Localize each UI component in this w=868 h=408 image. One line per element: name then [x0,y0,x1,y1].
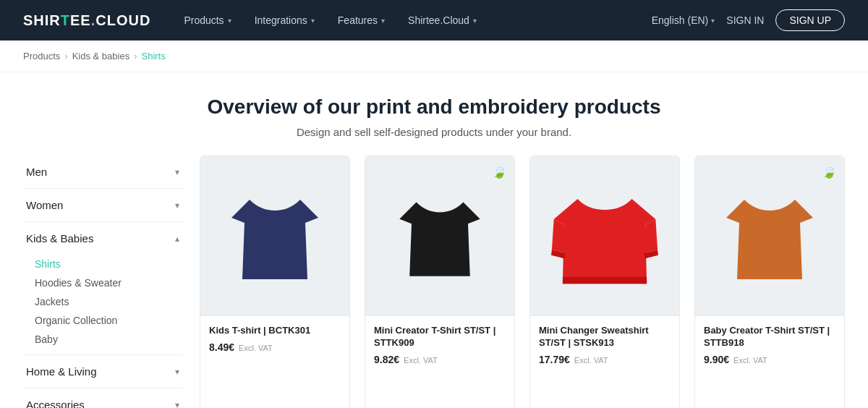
breadcrumb-sep-2: › [134,51,137,61]
logo-text: SHIRTEE.CLOUD [23,12,150,29]
sidebar-item-women[interactable]: Women ▾ [23,189,182,221]
breadcrumb-sep-1: › [64,51,67,61]
logo[interactable]: SHIRTEE.CLOUD [23,12,150,29]
men-chevron-icon: ▾ [175,167,179,177]
integrations-chevron-icon: ▾ [311,17,315,25]
logo-tee-highlight: T [61,12,70,28]
main-layout: Men ▾ Women ▾ Kids & Babies ▴ Shirts Hoo… [0,156,868,408]
home-living-chevron-icon: ▾ [175,367,179,377]
sign-in-button[interactable]: SIGN IN [726,14,764,26]
nav-item-products[interactable]: Products ▾ [174,9,241,32]
product-vat-0: Excl. VAT [239,344,273,352]
breadcrumb-bar: Products › Kids & babies › Shirts [0,41,868,72]
product-price-row-3: 9.90€ Excl. VAT [704,354,835,365]
nav-item-features[interactable]: Features ▾ [328,9,395,32]
product-name-3: Baby Creator T-Shirt ST/ST | STTB918 [704,325,835,349]
sidebar-sub-jackets[interactable]: Jackets [32,292,182,311]
shirt-svg-1 [393,178,487,294]
language-selector[interactable]: English (EN) ▾ [652,14,715,26]
products-chevron-icon: ▾ [228,17,231,25]
product-name-1: Mini Creator T-Shirt ST/ST | STTK909 [374,325,506,349]
product-image-3: 🍃 [695,156,844,315]
shirt-svg-3 [719,178,820,294]
sidebar-category-accessories: Accessories ▾ [23,388,182,408]
product-card-2[interactable]: Mini Changer Sweatshirt ST/ST | STSK913 … [529,156,680,408]
shirt-svg-0 [224,178,326,294]
sidebar-item-accessories[interactable]: Accessories ▾ [23,388,182,408]
shirtee-cloud-chevron-icon: ▾ [473,17,477,25]
product-price-1: 9.82€ [374,354,399,365]
nav-links: Products ▾ Integrations ▾ Features ▾ Shi… [174,9,651,32]
sidebar-item-home-living[interactable]: Home & Living ▾ [23,355,182,388]
sign-up-button[interactable]: SIGN UP [775,9,845,31]
product-info-0: Kids T-shirt | BCTK301 8.49€ Excl. VAT [200,315,349,362]
breadcrumb: Products › Kids & babies › Shirts [23,51,845,61]
sidebar-sub-hoodies[interactable]: Hoodies & Sweater [32,273,182,292]
product-image-1: 🍃 [365,156,514,315]
product-name-2: Mini Changer Sweatshirt ST/ST | STSK913 [539,325,671,349]
product-vat-2: Excl. VAT [574,356,608,365]
product-grid: Kids T-shirt | BCTK301 8.49€ Excl. VAT 🍃… [200,156,845,408]
product-card-3[interactable]: 🍃 Baby Creator T-Shirt ST/ST | STTB918 9… [694,156,845,408]
product-price-2: 17.79€ [539,354,570,365]
nav-item-integrations[interactable]: Integrations ▾ [244,9,325,32]
breadcrumb-kids-babies[interactable]: Kids & babies [72,51,130,61]
sidebar-category-women: Women ▾ [23,189,182,222]
sidebar-item-kids-babies[interactable]: Kids & Babies ▴ [23,222,182,255]
breadcrumb-products[interactable]: Products [23,51,60,61]
product-name-0: Kids T-shirt | BCTK301 [209,325,341,337]
eco-badge-3: 🍃 [821,163,837,179]
breadcrumb-current: Shirts [142,51,166,61]
product-info-3: Baby Creator T-Shirt ST/ST | STTB918 9.9… [695,315,844,374]
navbar: SHIRTEE.CLOUD Products ▾ Integrations ▾ … [0,0,868,41]
product-info-2: Mini Changer Sweatshirt ST/ST | STSK913 … [530,315,679,374]
sidebar-sub-baby[interactable]: Baby [32,330,182,349]
sidebar-item-men[interactable]: Men ▾ [23,156,182,188]
product-price-0: 8.49€ [209,341,234,353]
sidebar-category-kids-babies: Kids & Babies ▴ Shirts Hoodies & Sweater… [23,222,182,355]
sidebar-sub-organic[interactable]: Organic Collection [32,311,182,330]
accessories-chevron-icon: ▾ [175,400,179,409]
navbar-right: English (EN) ▾ SIGN IN SIGN UP [652,9,845,31]
shirt-svg-2 [550,177,659,296]
sidebar-sub-shirts[interactable]: Shirts [32,255,182,273]
hero-subtitle: Design and sell self-designed products u… [23,126,845,138]
product-price-row-2: 17.79€ Excl. VAT [539,354,671,365]
sidebar-category-men: Men ▾ [23,156,182,189]
nav-item-shirtee-cloud[interactable]: Shirtee.Cloud ▾ [398,9,487,32]
lang-chevron-icon: ▾ [711,17,715,25]
product-price-row-0: 8.49€ Excl. VAT [209,341,341,353]
women-chevron-icon: ▾ [175,200,179,211]
kids-babies-submenu: Shirts Hoodies & Sweater Jackets Organic… [23,255,182,354]
product-price-3: 9.90€ [704,354,729,365]
features-chevron-icon: ▾ [381,17,385,25]
product-image-2 [530,156,679,315]
sidebar: Men ▾ Women ▾ Kids & Babies ▴ Shirts Hoo… [23,156,182,408]
kids-babies-chevron-icon: ▴ [175,234,179,244]
hero-section: Overview of our print and embroidery pro… [0,72,868,156]
hero-title: Overview of our print and embroidery pro… [23,95,845,119]
product-card-0[interactable]: Kids T-shirt | BCTK301 8.49€ Excl. VAT [200,156,350,408]
sidebar-category-home-living: Home & Living ▾ [23,355,182,388]
product-vat-3: Excl. VAT [733,356,767,365]
product-vat-1: Excl. VAT [404,356,438,365]
eco-badge-1: 🍃 [491,163,507,179]
product-image-0 [200,156,349,315]
product-card-1[interactable]: 🍃 Mini Creator T-Shirt ST/ST | STTK909 9… [365,156,515,408]
product-price-row-1: 9.82€ Excl. VAT [374,354,506,365]
product-info-1: Mini Creator T-Shirt ST/ST | STTK909 9.8… [365,315,514,374]
